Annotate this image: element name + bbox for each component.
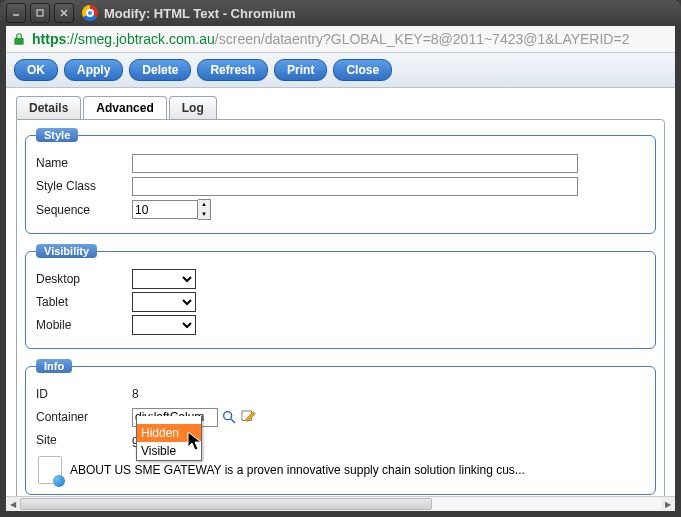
sequence-label: Sequence xyxy=(36,203,132,217)
ok-button[interactable]: OK xyxy=(14,59,58,81)
window-titlebar: Modify: HTML Text - Chromium xyxy=(0,0,681,26)
close-button[interactable]: Close xyxy=(333,59,392,81)
lock-icon xyxy=(12,32,26,46)
style-class-label: Style Class xyxy=(36,179,132,193)
window-title: Modify: HTML Text - Chromium xyxy=(104,6,296,21)
refresh-button[interactable]: Refresh xyxy=(197,59,268,81)
search-icon[interactable] xyxy=(221,409,237,425)
sequence-input[interactable] xyxy=(132,200,198,219)
action-toolbar: OK Apply Delete Refresh Print Close xyxy=(6,53,675,88)
window-maximize-button[interactable] xyxy=(30,3,50,23)
window-minimize-button[interactable] xyxy=(6,3,26,23)
style-class-input[interactable] xyxy=(132,177,578,196)
desktop-select[interactable] xyxy=(132,269,196,289)
mobile-dropdown-list: Hidden Visible xyxy=(136,416,202,461)
svg-point-4 xyxy=(224,412,232,420)
name-input[interactable] xyxy=(132,154,578,173)
sequence-spinner[interactable]: ▲▼ xyxy=(198,199,211,220)
tab-advanced[interactable]: Advanced xyxy=(83,96,166,119)
name-label: Name xyxy=(36,156,132,170)
description-text: ABOUT US SME GATEWAY is a proven innovat… xyxy=(70,463,525,477)
edit-icon[interactable] xyxy=(240,409,256,425)
spin-down-icon[interactable]: ▼ xyxy=(198,210,210,220)
visibility-legend: Visibility xyxy=(36,244,97,258)
scroll-left-icon[interactable]: ◀ xyxy=(6,497,20,511)
tab-log[interactable]: Log xyxy=(169,96,217,119)
url-text: https://smeg.jobtrack.com.au/screen/data… xyxy=(32,31,629,47)
info-fieldset: Info ID 8 Container Site gateway xyxy=(25,359,656,495)
mobile-select[interactable] xyxy=(132,315,196,335)
apply-button[interactable]: Apply xyxy=(64,59,123,81)
id-value: 8 xyxy=(132,387,139,401)
tablet-select[interactable] xyxy=(132,292,196,312)
dropdown-option-visible[interactable]: Visible xyxy=(137,442,201,460)
id-label: ID xyxy=(36,387,132,401)
info-legend: Info xyxy=(36,359,72,373)
tab-details[interactable]: Details xyxy=(16,96,81,119)
mobile-label: Mobile xyxy=(36,318,132,332)
horizontal-scrollbar[interactable]: ◀ ▶ xyxy=(6,496,675,511)
scroll-right-icon[interactable]: ▶ xyxy=(661,497,675,511)
style-legend: Style xyxy=(36,128,78,142)
print-button[interactable]: Print xyxy=(274,59,327,81)
spin-up-icon[interactable]: ▲ xyxy=(198,200,210,210)
chromium-icon xyxy=(82,5,98,21)
advanced-panel: Style Name Style Class Sequence ▲▼ xyxy=(16,119,665,496)
site-label: Site xyxy=(36,433,132,447)
desktop-label: Desktop xyxy=(36,272,132,286)
address-bar[interactable]: https://smeg.jobtrack.com.au/screen/data… xyxy=(6,26,675,53)
svg-line-5 xyxy=(231,419,235,423)
svg-rect-1 xyxy=(37,10,43,16)
visibility-fieldset: Visibility Desktop Tablet Mobile xyxy=(25,244,656,349)
document-globe-icon xyxy=(38,456,62,484)
container-label: Container xyxy=(36,410,132,424)
tablet-label: Tablet xyxy=(36,295,132,309)
style-fieldset: Style Name Style Class Sequence ▲▼ xyxy=(25,128,656,234)
scrollbar-thumb[interactable] xyxy=(20,498,432,510)
window-close-button[interactable] xyxy=(54,3,74,23)
tab-strip: Details Advanced Log xyxy=(16,96,665,119)
dropdown-option-hidden[interactable]: Hidden xyxy=(137,424,201,442)
delete-button[interactable]: Delete xyxy=(129,59,191,81)
